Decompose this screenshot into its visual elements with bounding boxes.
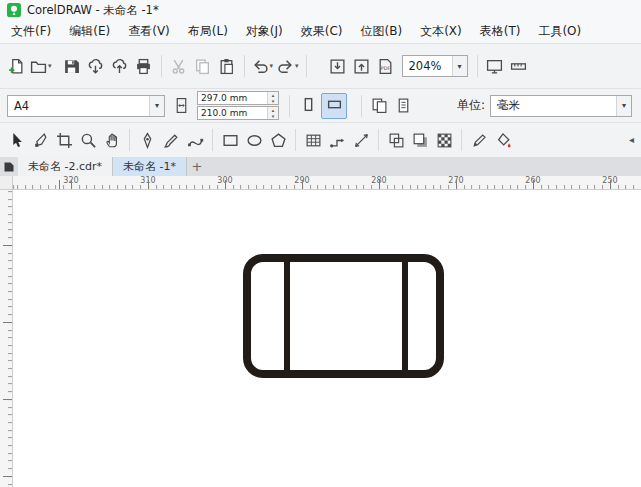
- pen-tool[interactable]: [135, 127, 159, 153]
- print-button[interactable]: [132, 53, 156, 79]
- chevron-down-icon[interactable]: ▾: [149, 96, 164, 116]
- menu-item-table[interactable]: 表格(T): [471, 20, 530, 43]
- chevron-down-icon[interactable]: ▾: [452, 56, 467, 76]
- zoom-level-select[interactable]: 204% ▾: [402, 55, 468, 77]
- document-home-icon[interactable]: [0, 157, 18, 176]
- fullscreen-preview-button[interactable]: [483, 53, 507, 79]
- chevron-down-icon[interactable]: ▾: [48, 63, 52, 70]
- document-tab-bar: 未命名 -2.cdr* 未命名 -1* +: [0, 157, 641, 176]
- table-tool[interactable]: [301, 127, 325, 153]
- pencil-tool[interactable]: [467, 127, 491, 153]
- import-button[interactable]: [326, 53, 350, 79]
- menu-item-effects[interactable]: 效果(C): [292, 20, 352, 43]
- shape-divider-line[interactable]: [402, 262, 408, 370]
- rectangle-tool[interactable]: [218, 127, 242, 153]
- dimension-tool[interactable]: [349, 127, 373, 153]
- toolbox-overflow-button[interactable]: ◂: [629, 135, 634, 145]
- shape-tool[interactable]: [28, 127, 52, 153]
- menu-item-object[interactable]: 对象(J): [237, 20, 292, 43]
- shape-divider-line[interactable]: [284, 262, 290, 370]
- toolbar-separator: [161, 55, 162, 77]
- zoom-tool[interactable]: [76, 127, 100, 153]
- ruler-origin-corner[interactable]: [0, 176, 13, 190]
- pick-tool[interactable]: [4, 127, 28, 153]
- paste-clipboard-icon: [218, 58, 235, 75]
- menu-item-view[interactable]: 查看(V): [119, 20, 179, 43]
- all-pages-button[interactable]: [367, 93, 391, 119]
- fill-tool[interactable]: [491, 127, 515, 153]
- window-title: CorelDRAW - 未命名 -1*: [27, 3, 159, 18]
- vertical-ruler[interactable]: [0, 190, 13, 487]
- chevron-down-icon[interactable]: ▾: [295, 63, 299, 70]
- page-width-input[interactable]: 297.0 mm ▴▾: [197, 91, 279, 105]
- title-bar: CorelDRAW - 未命名 -1*: [0, 0, 641, 20]
- show-rulers-icon: [510, 58, 527, 75]
- toolbox: ◂: [0, 122, 641, 157]
- pattern-fill-tool[interactable]: [432, 127, 456, 153]
- fill-bucket-icon: [495, 132, 512, 149]
- paste-button[interactable]: [215, 53, 239, 79]
- redo-button[interactable]: ▾: [275, 53, 301, 79]
- connector-tool[interactable]: [325, 127, 349, 153]
- save-to-cloud-button[interactable]: [108, 53, 132, 79]
- coreldraw-logo-icon: [7, 3, 21, 17]
- connector-icon: [329, 132, 346, 149]
- portrait-icon: [300, 96, 317, 116]
- menu-item-bitmaps[interactable]: 位图(B): [352, 20, 412, 43]
- page-height-input[interactable]: 210.0 mm ▴▾: [197, 106, 279, 120]
- menu-item-layout[interactable]: 布局(L): [179, 20, 237, 43]
- drawing-canvas[interactable]: [13, 190, 641, 487]
- cloud-download-icon: [87, 58, 104, 75]
- crop-tool[interactable]: [52, 127, 76, 153]
- new-document-button[interactable]: [4, 53, 28, 79]
- chevron-down-icon[interactable]: ▾: [270, 63, 274, 70]
- landscape-button[interactable]: [321, 93, 347, 119]
- document-tab-1[interactable]: 未命名 -2.cdr*: [18, 157, 113, 176]
- cut-button[interactable]: [167, 53, 191, 79]
- save-floppy-icon: [63, 58, 80, 75]
- chevron-down-icon[interactable]: ▾: [616, 96, 631, 116]
- pan-tool[interactable]: [100, 127, 124, 153]
- menu-item-tools[interactable]: 工具(O): [529, 20, 590, 43]
- document-tab-label: 未命名 -1*: [123, 159, 176, 174]
- show-rulers-button[interactable]: [507, 53, 531, 79]
- table-grid-icon: [305, 132, 322, 149]
- horizontal-ruler[interactable]: 320 310 300 290 280 270 260 250: [13, 176, 641, 190]
- undo-button[interactable]: ▾: [250, 53, 276, 79]
- rounded-rectangle-shape[interactable]: [243, 254, 444, 378]
- coreldraw-window: CorelDRAW - 未命名 -1* 文件(F) 编辑(E) 查看(V) 布局…: [0, 0, 641, 487]
- document-tab-2[interactable]: 未命名 -1*: [113, 157, 187, 176]
- pan-hand-icon: [104, 132, 121, 149]
- artistic-media-tool[interactable]: [159, 127, 183, 153]
- ruler-tick-label: 280: [371, 176, 386, 185]
- export-icon: [353, 58, 370, 75]
- page-size-select[interactable]: A4 ▾: [7, 95, 165, 117]
- freehand-tool[interactable]: [183, 127, 207, 153]
- menu-item-file[interactable]: 文件(F): [2, 20, 60, 43]
- open-button[interactable]: ▾: [28, 53, 54, 79]
- units-label: 单位:: [457, 97, 485, 114]
- spin-down-button[interactable]: ▾: [268, 98, 278, 104]
- page-size-value: A4: [8, 99, 149, 113]
- polygon-tool[interactable]: [266, 127, 290, 153]
- import-icon: [329, 58, 346, 75]
- menu-item-edit[interactable]: 编辑(E): [60, 20, 119, 43]
- copy-button[interactable]: [191, 53, 215, 79]
- toolbox-separator: [378, 129, 379, 151]
- publish-pdf-button[interactable]: PDF: [374, 53, 398, 79]
- save-button[interactable]: [60, 53, 84, 79]
- page-width-value: 297.0 mm: [201, 93, 247, 103]
- export-button[interactable]: [350, 53, 374, 79]
- drop-shadow-tool[interactable]: [408, 127, 432, 153]
- menu-item-text[interactable]: 文本(X): [411, 20, 471, 43]
- current-page-icon: [395, 97, 412, 114]
- units-select[interactable]: 毫米 ▾: [490, 95, 632, 117]
- new-tab-button[interactable]: +: [187, 157, 207, 176]
- spin-down-button[interactable]: ▾: [268, 113, 278, 119]
- all-pages-icon: [371, 97, 388, 114]
- portrait-button[interactable]: [295, 93, 321, 119]
- transparency-tool[interactable]: [384, 127, 408, 153]
- open-from-cloud-button[interactable]: [84, 53, 108, 79]
- ellipse-tool[interactable]: [242, 127, 266, 153]
- current-page-button[interactable]: [391, 93, 415, 119]
